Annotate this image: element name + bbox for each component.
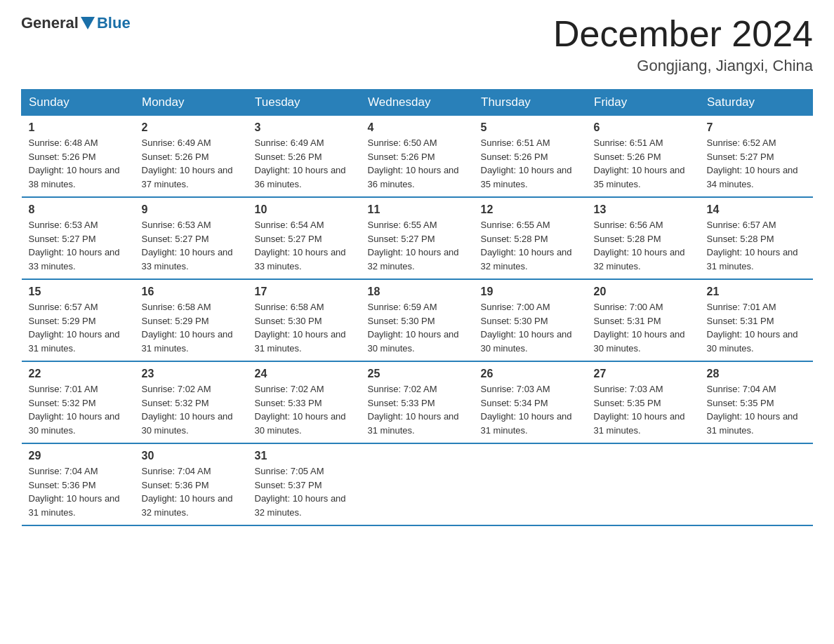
calendar-cell: 30 Sunrise: 7:04 AMSunset: 5:36 PMDaylig…	[135, 443, 248, 525]
calendar-cell: 19 Sunrise: 7:00 AMSunset: 5:30 PMDaylig…	[474, 279, 587, 361]
day-number: 14	[707, 203, 806, 216]
day-number: 1	[29, 121, 128, 134]
day-number: 19	[481, 286, 580, 298]
day-info: Sunrise: 6:57 AMSunset: 5:29 PMDaylight:…	[29, 300, 128, 355]
day-info: Sunrise: 7:00 AMSunset: 5:30 PMDaylight:…	[481, 300, 580, 355]
calendar-cell: 12 Sunrise: 6:55 AMSunset: 5:28 PMDaylig…	[474, 197, 587, 279]
day-info: Sunrise: 7:04 AMSunset: 5:36 PMDaylight:…	[29, 464, 128, 519]
day-number: 25	[368, 368, 467, 380]
calendar-cell: 8 Sunrise: 6:53 AMSunset: 5:27 PMDayligh…	[22, 197, 135, 279]
calendar-cell: 9 Sunrise: 6:53 AMSunset: 5:27 PMDayligh…	[135, 197, 248, 279]
calendar-cell: 20 Sunrise: 7:00 AMSunset: 5:31 PMDaylig…	[587, 279, 700, 361]
day-number: 31	[255, 450, 354, 462]
day-number: 20	[594, 286, 693, 298]
calendar-cell: 18 Sunrise: 6:59 AMSunset: 5:30 PMDaylig…	[361, 279, 474, 361]
day-info: Sunrise: 6:53 AMSunset: 5:27 PMDaylight:…	[142, 218, 241, 273]
week-row-5: 29 Sunrise: 7:04 AMSunset: 5:36 PMDaylig…	[22, 443, 813, 525]
calendar-cell: 21 Sunrise: 7:01 AMSunset: 5:31 PMDaylig…	[700, 279, 813, 361]
calendar-cell: 17 Sunrise: 6:58 AMSunset: 5:30 PMDaylig…	[248, 279, 361, 361]
calendar-cell: 14 Sunrise: 6:57 AMSunset: 5:28 PMDaylig…	[700, 197, 813, 279]
header-friday: Friday	[587, 90, 700, 116]
day-number: 4	[368, 121, 467, 134]
calendar-cell: 3 Sunrise: 6:49 AMSunset: 5:26 PMDayligh…	[248, 116, 361, 198]
header-saturday: Saturday	[700, 90, 813, 116]
calendar-cell: 7 Sunrise: 6:52 AMSunset: 5:27 PMDayligh…	[700, 116, 813, 198]
day-number: 22	[29, 368, 128, 380]
calendar-cell	[474, 443, 587, 525]
day-info: Sunrise: 7:05 AMSunset: 5:37 PMDaylight:…	[255, 464, 354, 519]
day-info: Sunrise: 6:52 AMSunset: 5:27 PMDaylight:…	[707, 136, 806, 191]
day-info: Sunrise: 6:56 AMSunset: 5:28 PMDaylight:…	[594, 218, 693, 273]
calendar-cell: 13 Sunrise: 6:56 AMSunset: 5:28 PMDaylig…	[587, 197, 700, 279]
calendar-cell: 6 Sunrise: 6:51 AMSunset: 5:26 PMDayligh…	[587, 116, 700, 198]
header-tuesday: Tuesday	[248, 90, 361, 116]
calendar-cell: 24 Sunrise: 7:02 AMSunset: 5:33 PMDaylig…	[248, 361, 361, 443]
calendar-cell: 22 Sunrise: 7:01 AMSunset: 5:32 PMDaylig…	[22, 361, 135, 443]
calendar-cell: 25 Sunrise: 7:02 AMSunset: 5:33 PMDaylig…	[361, 361, 474, 443]
day-number: 21	[707, 286, 806, 298]
day-info: Sunrise: 6:49 AMSunset: 5:26 PMDaylight:…	[255, 136, 354, 191]
calendar-cell: 11 Sunrise: 6:55 AMSunset: 5:27 PMDaylig…	[361, 197, 474, 279]
day-info: Sunrise: 6:55 AMSunset: 5:27 PMDaylight:…	[368, 218, 467, 273]
calendar-cell: 4 Sunrise: 6:50 AMSunset: 5:26 PMDayligh…	[361, 116, 474, 198]
calendar-cell	[587, 443, 700, 525]
header-sunday: Sunday	[22, 90, 135, 116]
day-info: Sunrise: 6:51 AMSunset: 5:26 PMDaylight:…	[594, 136, 693, 191]
location-subtitle: Gongjiang, Jiangxi, China	[553, 57, 813, 75]
calendar-cell: 26 Sunrise: 7:03 AMSunset: 5:34 PMDaylig…	[474, 361, 587, 443]
day-number: 29	[29, 450, 128, 462]
week-row-1: 1 Sunrise: 6:48 AMSunset: 5:26 PMDayligh…	[22, 116, 813, 198]
day-info: Sunrise: 6:51 AMSunset: 5:26 PMDaylight:…	[481, 136, 580, 191]
day-info: Sunrise: 7:00 AMSunset: 5:31 PMDaylight:…	[594, 300, 693, 355]
day-number: 13	[594, 203, 693, 216]
week-row-3: 15 Sunrise: 6:57 AMSunset: 5:29 PMDaylig…	[22, 279, 813, 361]
logo: General Blue	[21, 14, 131, 32]
calendar-header: Sunday Monday Tuesday Wednesday Thursday…	[22, 90, 813, 116]
day-info: Sunrise: 6:58 AMSunset: 5:29 PMDaylight:…	[142, 300, 241, 355]
day-number: 30	[142, 450, 241, 462]
header-row: Sunday Monday Tuesday Wednesday Thursday…	[22, 90, 813, 116]
calendar-cell: 1 Sunrise: 6:48 AMSunset: 5:26 PMDayligh…	[22, 116, 135, 198]
calendar-cell: 31 Sunrise: 7:05 AMSunset: 5:37 PMDaylig…	[248, 443, 361, 525]
day-info: Sunrise: 6:53 AMSunset: 5:27 PMDaylight:…	[29, 218, 128, 273]
week-row-2: 8 Sunrise: 6:53 AMSunset: 5:27 PMDayligh…	[22, 197, 813, 279]
day-info: Sunrise: 6:49 AMSunset: 5:26 PMDaylight:…	[142, 136, 241, 191]
logo-triangle-icon	[81, 17, 95, 29]
calendar-table: Sunday Monday Tuesday Wednesday Thursday…	[21, 89, 813, 526]
day-info: Sunrise: 6:50 AMSunset: 5:26 PMDaylight:…	[368, 136, 467, 191]
day-number: 10	[255, 203, 354, 216]
day-number: 16	[142, 286, 241, 298]
header-wednesday: Wednesday	[361, 90, 474, 116]
day-number: 8	[29, 203, 128, 216]
day-number: 28	[707, 368, 806, 380]
calendar-cell: 29 Sunrise: 7:04 AMSunset: 5:36 PMDaylig…	[22, 443, 135, 525]
day-info: Sunrise: 6:48 AMSunset: 5:26 PMDaylight:…	[29, 136, 128, 191]
day-number: 15	[29, 286, 128, 298]
calendar-cell: 28 Sunrise: 7:04 AMSunset: 5:35 PMDaylig…	[700, 361, 813, 443]
calendar-cell: 2 Sunrise: 6:49 AMSunset: 5:26 PMDayligh…	[135, 116, 248, 198]
week-row-4: 22 Sunrise: 7:01 AMSunset: 5:32 PMDaylig…	[22, 361, 813, 443]
header-monday: Monday	[135, 90, 248, 116]
day-number: 6	[594, 121, 693, 134]
day-number: 26	[481, 368, 580, 380]
day-info: Sunrise: 7:02 AMSunset: 5:33 PMDaylight:…	[368, 382, 467, 437]
day-number: 3	[255, 121, 354, 134]
day-number: 17	[255, 286, 354, 298]
calendar-cell	[361, 443, 474, 525]
calendar-cell: 10 Sunrise: 6:54 AMSunset: 5:27 PMDaylig…	[248, 197, 361, 279]
day-number: 11	[368, 203, 467, 216]
calendar-cell: 16 Sunrise: 6:58 AMSunset: 5:29 PMDaylig…	[135, 279, 248, 361]
day-info: Sunrise: 7:02 AMSunset: 5:33 PMDaylight:…	[255, 382, 354, 437]
calendar-cell: 27 Sunrise: 7:03 AMSunset: 5:35 PMDaylig…	[587, 361, 700, 443]
title-block: December 2024 Gongjiang, Jiangxi, China	[553, 14, 813, 75]
day-info: Sunrise: 6:57 AMSunset: 5:28 PMDaylight:…	[707, 218, 806, 273]
day-info: Sunrise: 6:58 AMSunset: 5:30 PMDaylight:…	[255, 300, 354, 355]
day-number: 18	[368, 286, 467, 298]
day-number: 24	[255, 368, 354, 380]
day-number: 5	[481, 121, 580, 134]
calendar-cell: 15 Sunrise: 6:57 AMSunset: 5:29 PMDaylig…	[22, 279, 135, 361]
page-header: General Blue December 2024 Gongjiang, Ji…	[21, 14, 813, 75]
month-title: December 2024	[553, 14, 813, 54]
day-number: 27	[594, 368, 693, 380]
calendar-cell	[700, 443, 813, 525]
